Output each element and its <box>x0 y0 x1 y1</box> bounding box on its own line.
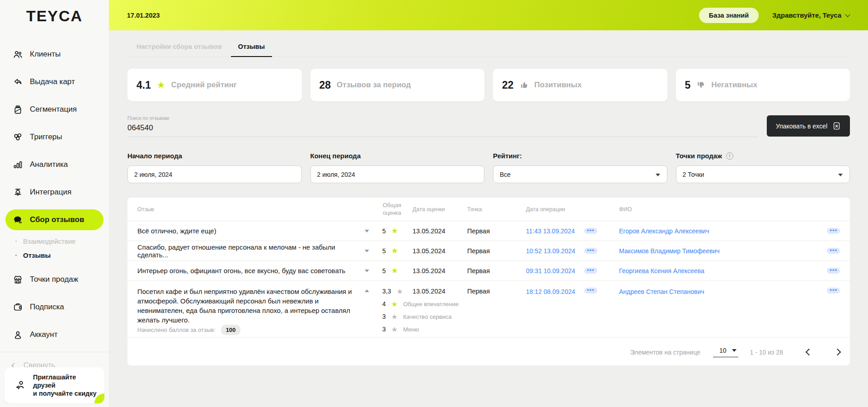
rating-value: 3,3 <box>382 288 391 295</box>
segmentation-icon <box>13 104 23 115</box>
analytics-icon <box>13 160 23 170</box>
rating-date: 13.05.2024 <box>409 287 461 295</box>
search-label: Поиск по отзывам <box>127 115 758 121</box>
expand-arrow[interactable] <box>359 230 375 232</box>
wallet-icon <box>13 302 23 312</box>
row-more-button[interactable] <box>827 268 840 274</box>
row-more-button[interactable] <box>827 248 840 254</box>
table-row-expanded: Посетил кафе и был неприятно удивлён кач… <box>127 281 850 338</box>
filter-label: Начало периода <box>127 152 302 160</box>
client-name-link[interactable]: Максимов Владимир Тимофеевич <box>619 247 720 255</box>
stat-value: 4.1 <box>136 79 151 91</box>
filters-row: Начало периода 2 июля, 2024 Конец период… <box>127 152 850 183</box>
operation-date-link[interactable]: 18:12 08.09.2024 <box>526 288 575 295</box>
sidebar-subitem-interaction[interactable]: Взаимодействие <box>0 234 109 248</box>
subrating-value: 3 <box>382 326 386 333</box>
client-name-link[interactable]: Андреев Степан Степанович <box>619 288 704 295</box>
previous-page-button[interactable] <box>806 349 813 356</box>
sidebar-item-subscription[interactable]: Подписка <box>5 297 103 317</box>
invite-friends-card[interactable]: Приглашайте друзей и получайте скидку <box>5 367 104 403</box>
table-row: Спасибо, радует отношение персонала к ме… <box>127 241 850 261</box>
excel-file-icon <box>832 122 841 130</box>
sidebar-item-triggers[interactable]: Триггеры <box>5 127 103 147</box>
next-page-button[interactable] <box>834 349 841 356</box>
search-row: Поиск по отзывам Упаковать в excel <box>127 115 850 137</box>
sales-point: Первая <box>461 287 515 295</box>
sidebar-item-clients[interactable]: Клиенты <box>5 44 103 65</box>
col-rating: Общая оценка <box>375 202 409 217</box>
filter-period-start: Начало периода 2 июля, 2024 <box>127 152 302 183</box>
operation-date-link[interactable]: 10:52 13.09.2024 <box>526 247 575 255</box>
expand-arrow[interactable] <box>359 250 375 252</box>
sidebar-subitem-reviews[interactable]: Отзывы <box>0 248 109 262</box>
rating-date: 13.05.2024 <box>409 267 461 274</box>
period-end-input[interactable]: 2 июля, 2024 <box>310 166 485 183</box>
operation-more-button[interactable] <box>584 268 597 274</box>
greeting-text: Здравствуйте, Teyca <box>772 11 841 19</box>
info-icon[interactable] <box>726 152 733 160</box>
client-name-link[interactable]: Егоров Александр Алексеевич <box>619 227 709 235</box>
feedback-subnav: Взаимодействие Отзывы <box>0 234 109 262</box>
per-page-select[interactable]: 10 <box>713 347 738 357</box>
tabs: Настройки сбора отзывов Отзывы <box>127 30 850 57</box>
row-more-button[interactable] <box>827 228 840 234</box>
sidebar-item-label: Сегментация <box>30 105 77 114</box>
chevron-down-icon <box>365 250 369 252</box>
knowledge-base-button[interactable]: База знаний <box>699 8 759 23</box>
rating-value: 5 <box>382 267 386 274</box>
operation-more-button[interactable] <box>584 248 597 254</box>
user-menu[interactable]: Здравствуйте, Teyca <box>772 11 849 19</box>
sidebar-item-card-issue[interactable]: Выдача карт <box>5 71 103 92</box>
subrating-label: Общее впечатление <box>403 301 459 308</box>
sales-points-select[interactable]: 2 Точки <box>676 166 850 183</box>
card-issue-icon <box>13 77 23 87</box>
operation-more-button[interactable] <box>584 288 597 293</box>
chevron-down-icon <box>365 230 369 232</box>
search-field: Поиск по отзывам <box>127 115 758 137</box>
stat-label: Позитивных <box>535 80 582 90</box>
sidebar-item-analytics[interactable]: Аналитика <box>5 154 103 175</box>
users-icon <box>13 49 23 60</box>
row-more-button[interactable] <box>827 288 840 293</box>
search-input[interactable] <box>127 123 758 133</box>
integration-icon <box>13 187 23 198</box>
export-excel-button[interactable]: Упаковать в excel <box>767 115 850 137</box>
sidebar-item-account[interactable]: Аккаунт <box>5 324 103 345</box>
stat-positive: 22 Позитивных <box>493 69 667 101</box>
stat-label: Негативных <box>711 80 757 90</box>
sidebar-item-segmentation[interactable]: Сегментация <box>5 99 103 120</box>
sidebar-item-feedback[interactable]: Сбор отзывов <box>5 209 103 230</box>
rating-value: 5 <box>382 247 386 255</box>
collapse-arrow[interactable] <box>359 287 375 292</box>
client-name-link[interactable]: Георгиева Ксения Алексеева <box>619 267 704 274</box>
tab-reviews[interactable]: Отзывы <box>231 43 272 57</box>
sidebar: TEYCA Клиенты Выдача карт Сегментация Тр… <box>0 0 109 407</box>
review-text: Всё отлично, ждите еще) <box>137 227 359 235</box>
export-label: Упаковать в excel <box>776 123 827 130</box>
chevron-down-icon <box>365 270 369 272</box>
star-icon <box>391 246 398 256</box>
feedback-icon <box>13 215 23 225</box>
tab-feedback-settings[interactable]: Настройки сбора отзывов <box>129 43 229 57</box>
operation-date-link[interactable]: 09:31 10.09.2024 <box>526 267 575 274</box>
table-row: Интерьер огонь, официант огонь, все вкус… <box>127 261 850 281</box>
logo: TEYCA <box>0 0 109 25</box>
subitem-label: Отзывы <box>23 251 51 259</box>
table-header: Отзыв Общая оценка Дата оценки Точка Дат… <box>127 198 850 221</box>
sidebar-item-label: Выдача карт <box>30 77 75 86</box>
operation-more-button[interactable] <box>584 228 597 234</box>
sidebar-item-sales-points[interactable]: Точки продаж <box>5 269 103 290</box>
chevron-up-icon <box>365 289 369 292</box>
operation-date-link[interactable]: 11:43 13.09.2024 <box>526 227 575 235</box>
rating-select[interactable]: Все <box>493 166 667 183</box>
review-text: Интерьер огонь, официант огонь, все вкус… <box>137 267 359 274</box>
subrating-value: 4 <box>382 300 386 308</box>
review-text: Спасибо, радует отношение персонала к ме… <box>137 243 359 259</box>
stat-value: 28 <box>319 79 331 91</box>
period-start-input[interactable]: 2 июля, 2024 <box>127 166 302 183</box>
stat-reviews-count: 28 Отзывов за период <box>310 69 485 101</box>
sidebar-item-integration[interactable]: Интеграция <box>5 182 103 203</box>
star-icon <box>391 226 398 236</box>
star-icon <box>391 266 398 275</box>
expand-arrow[interactable] <box>359 270 375 272</box>
